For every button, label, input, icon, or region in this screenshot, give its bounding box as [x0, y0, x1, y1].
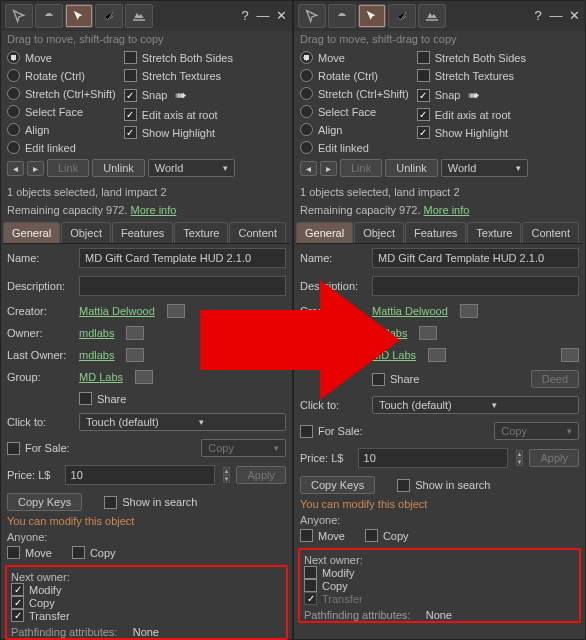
- radio-stretch[interactable]: Stretch (Ctrl+Shift): [300, 87, 409, 100]
- check-share[interactable]: Share: [372, 373, 419, 386]
- prev-link-button[interactable]: ◂: [7, 161, 24, 176]
- tool-create[interactable]: [95, 4, 123, 28]
- check-next-modify[interactable]: Modify: [304, 566, 575, 579]
- tab-texture[interactable]: Texture: [467, 222, 521, 243]
- check-both-sides[interactable]: Stretch Both Sides: [124, 51, 233, 64]
- tab-general[interactable]: General: [296, 222, 353, 243]
- check-axis-root[interactable]: Edit axis at root: [124, 108, 233, 121]
- next-link-button[interactable]: ▸: [27, 161, 44, 176]
- check-both-sides[interactable]: Stretch Both Sides: [417, 51, 526, 64]
- tool-land[interactable]: [125, 4, 153, 28]
- minimize-icon[interactable]: —: [549, 9, 563, 23]
- tool-edit[interactable]: [358, 4, 386, 28]
- desc-input[interactable]: [79, 276, 286, 296]
- check-next-copy[interactable]: Copy: [304, 579, 575, 592]
- apply-button[interactable]: Apply: [236, 466, 286, 484]
- radio-move[interactable]: Move: [300, 51, 409, 64]
- check-textures[interactable]: Stretch Textures: [417, 69, 526, 82]
- next-link-button[interactable]: ▸: [320, 161, 337, 176]
- tool-create[interactable]: [388, 4, 416, 28]
- creator-pic[interactable]: [460, 304, 478, 318]
- check-anyone-copy[interactable]: Copy: [365, 529, 409, 542]
- check-anyone-move[interactable]: Move: [7, 546, 52, 559]
- tab-content[interactable]: Content: [229, 222, 286, 243]
- check-anyone-move[interactable]: Move: [300, 529, 345, 542]
- apply-button[interactable]: Apply: [529, 449, 579, 467]
- check-share[interactable]: Share: [79, 392, 126, 405]
- owner-link[interactable]: mdlabs: [79, 327, 114, 339]
- owner-pic[interactable]: [126, 326, 144, 340]
- check-next-modify[interactable]: Modify: [11, 583, 282, 596]
- unlink-button[interactable]: Unlink: [385, 159, 438, 177]
- radio-rotate[interactable]: Rotate (Ctrl): [7, 69, 116, 82]
- radio-face[interactable]: Select Face: [7, 105, 116, 118]
- name-input[interactable]: [372, 248, 579, 268]
- radio-linked[interactable]: Edit linked: [300, 141, 409, 154]
- coord-select[interactable]: World: [148, 159, 236, 177]
- click-select[interactable]: Touch (default): [79, 413, 286, 431]
- owner-pic[interactable]: [419, 326, 437, 340]
- check-forsale[interactable]: For Sale:: [300, 425, 363, 438]
- sale-type-select[interactable]: Copy: [201, 439, 286, 457]
- snap-options-icon[interactable]: ➠: [468, 87, 480, 103]
- snap-options-icon[interactable]: ➠: [175, 87, 187, 103]
- radio-align[interactable]: Align: [300, 123, 409, 136]
- last-owner-pic[interactable]: [126, 348, 144, 362]
- check-axis-root[interactable]: Edit axis at root: [417, 108, 526, 121]
- radio-move[interactable]: Move: [7, 51, 116, 64]
- check-show-search[interactable]: Show in search: [104, 496, 197, 509]
- tab-general[interactable]: General: [3, 222, 60, 243]
- unlink-button[interactable]: Unlink: [92, 159, 145, 177]
- tool-move[interactable]: [328, 4, 356, 28]
- radio-stretch[interactable]: Stretch (Ctrl+Shift): [7, 87, 116, 100]
- close-icon[interactable]: ✕: [274, 9, 288, 23]
- creator-link[interactable]: Mattia Delwood: [79, 305, 155, 317]
- check-snap[interactable]: Snap: [124, 89, 168, 102]
- tab-object[interactable]: Object: [61, 222, 111, 243]
- check-show-search[interactable]: Show in search: [397, 479, 490, 492]
- deed-button[interactable]: Deed: [531, 370, 579, 388]
- check-snap[interactable]: Snap: [417, 89, 461, 102]
- tab-features[interactable]: Features: [112, 222, 173, 243]
- radio-align[interactable]: Align: [7, 123, 116, 136]
- check-highlight[interactable]: Show Highlight: [124, 126, 233, 139]
- check-textures[interactable]: Stretch Textures: [124, 69, 233, 82]
- check-highlight[interactable]: Show Highlight: [417, 126, 526, 139]
- minimize-icon[interactable]: —: [256, 9, 270, 23]
- check-anyone-copy[interactable]: Copy: [72, 546, 116, 559]
- check-forsale[interactable]: For Sale:: [7, 442, 70, 455]
- group-link[interactable]: MD Labs: [79, 371, 123, 383]
- tab-texture[interactable]: Texture: [174, 222, 228, 243]
- group-pic[interactable]: [135, 370, 153, 384]
- radio-face[interactable]: Select Face: [300, 105, 409, 118]
- close-icon[interactable]: ✕: [567, 9, 581, 23]
- link-button[interactable]: Link: [340, 159, 382, 177]
- coord-select[interactable]: World: [441, 159, 529, 177]
- tool-focus[interactable]: [5, 4, 33, 28]
- help-icon[interactable]: ?: [238, 9, 252, 23]
- tab-features[interactable]: Features: [405, 222, 466, 243]
- tool-focus[interactable]: [298, 4, 326, 28]
- owner-link[interactable]: mdlabs: [372, 327, 407, 339]
- group-pic[interactable]: [428, 348, 446, 362]
- creator-pic[interactable]: [167, 304, 185, 318]
- copy-keys-button[interactable]: Copy Keys: [7, 493, 82, 511]
- price-input[interactable]: [65, 465, 215, 485]
- creator-link[interactable]: Mattia Delwood: [372, 305, 448, 317]
- last-owner-link[interactable]: mdlabs: [79, 349, 114, 361]
- price-input[interactable]: [358, 448, 508, 468]
- tool-edit[interactable]: [65, 4, 93, 28]
- radio-linked[interactable]: Edit linked: [7, 141, 116, 154]
- more-info-link[interactable]: More info: [424, 204, 470, 216]
- radio-rotate[interactable]: Rotate (Ctrl): [300, 69, 409, 82]
- link-button[interactable]: Link: [47, 159, 89, 177]
- tab-object[interactable]: Object: [354, 222, 404, 243]
- tool-move[interactable]: [35, 4, 63, 28]
- group-link[interactable]: MD Labs: [372, 349, 416, 361]
- tool-land[interactable]: [418, 4, 446, 28]
- check-next-transfer[interactable]: Transfer: [11, 609, 282, 622]
- desc-input[interactable]: [372, 276, 579, 296]
- copy-keys-button[interactable]: Copy Keys: [300, 476, 375, 494]
- tab-content[interactable]: Content: [522, 222, 579, 243]
- name-input[interactable]: [79, 248, 286, 268]
